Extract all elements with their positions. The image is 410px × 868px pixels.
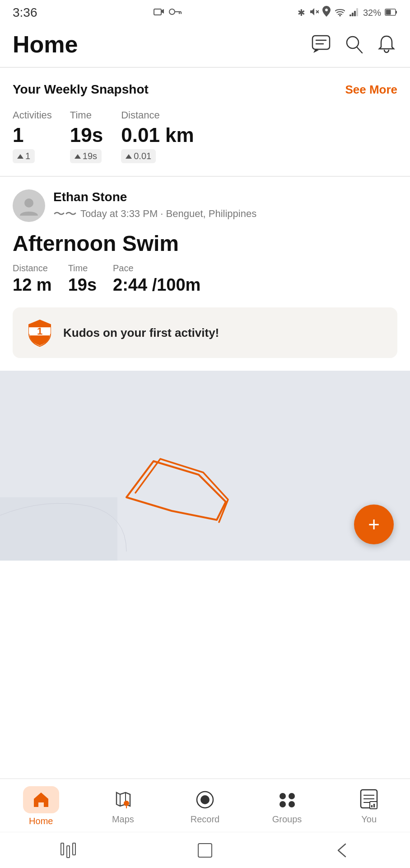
nav-item-record[interactable]: Record xyxy=(164,788,246,825)
activity-stats: Distance 12 m Time 19s Pace 2:44 /100m xyxy=(13,263,397,295)
stat-activities-change-text: 1 xyxy=(25,151,30,161)
maps-nav-icon xyxy=(111,788,135,811)
svg-rect-41 xyxy=(373,804,375,807)
nav-item-groups[interactable]: Groups xyxy=(246,788,328,825)
location-icon xyxy=(322,6,331,19)
stat-activities: Activities 1 1 xyxy=(13,109,52,163)
svg-point-31 xyxy=(280,793,286,799)
snapshot-title: Your Weekly Snapshot xyxy=(13,82,149,97)
snapshot-header: Your Weekly Snapshot See More xyxy=(13,82,397,97)
stat-time-value: 19s xyxy=(70,124,103,146)
swim-icon: 〜〜 xyxy=(53,206,77,222)
svg-point-8 xyxy=(339,15,341,16)
act-stat-distance-label: Distance xyxy=(13,263,52,274)
nav-you-label: You xyxy=(361,814,377,825)
status-bar: 3:36 ✱ xyxy=(0,0,410,24)
activity-meta-text: Today at 3:33 PM · Benguet, Philippines xyxy=(80,208,256,220)
mute-icon xyxy=(309,7,319,19)
status-time: 3:36 xyxy=(13,5,37,20)
activity-section: Ethan Stone 〜〜 Today at 3:33 PM · Bengue… xyxy=(0,177,410,371)
weekly-snapshot: Your Weekly Snapshot See More Activities… xyxy=(0,68,410,176)
nav-maps-label: Maps xyxy=(112,814,134,825)
avatar xyxy=(13,189,45,222)
wifi-icon xyxy=(334,6,346,19)
stat-time-label: Time xyxy=(70,109,103,121)
svg-line-21 xyxy=(357,47,362,53)
map-area: + xyxy=(0,371,410,561)
search-button[interactable] xyxy=(343,33,365,55)
stat-distance-value: 0.01 km xyxy=(121,124,194,146)
nav-record-label: Record xyxy=(191,814,219,825)
nav-item-maps[interactable]: Maps xyxy=(82,788,164,825)
svg-rect-10 xyxy=(352,13,354,16)
chat-button[interactable] xyxy=(311,33,332,55)
battery-icon xyxy=(385,6,397,19)
svg-point-28 xyxy=(124,801,129,806)
bottom-nav: Home Maps Record xyxy=(0,778,410,832)
svg-point-2 xyxy=(169,9,175,14)
stat-activities-value: 1 xyxy=(13,124,52,146)
status-right: ✱ 32% xyxy=(298,6,397,19)
svg-rect-16 xyxy=(396,11,397,14)
signal-icon xyxy=(349,6,359,19)
battery-text: 32% xyxy=(363,8,381,18)
kudos-text: Kudos on your first activity! xyxy=(63,326,219,340)
stat-distance: Distance 0.01 km 0.01 xyxy=(121,109,194,163)
home-nav-bg xyxy=(23,786,59,813)
nav-item-you[interactable]: You xyxy=(328,788,410,825)
fab-button[interactable]: + xyxy=(354,505,394,544)
svg-point-33 xyxy=(280,801,286,807)
stat-distance-change: 0.01 xyxy=(121,149,156,163)
sys-nav-recents[interactable] xyxy=(50,841,86,859)
nav-home-label: Home xyxy=(29,816,53,826)
stat-time-change-text: 19s xyxy=(83,151,97,161)
svg-rect-12 xyxy=(356,8,358,16)
act-stat-pace: Pace 2:44 /100m xyxy=(113,263,200,295)
svg-rect-11 xyxy=(354,11,356,16)
stat-activities-label: Activities xyxy=(13,109,52,121)
arrow-up-icon xyxy=(17,154,23,159)
act-stat-time-label: Time xyxy=(68,263,97,274)
notification-button[interactable] xyxy=(376,33,397,55)
svg-point-22 xyxy=(24,198,33,208)
arrow-up-icon-2 xyxy=(75,154,81,159)
act-stat-time-value: 19s xyxy=(68,275,97,295)
map-route xyxy=(0,371,410,561)
main-content: Home xyxy=(0,24,410,660)
activity-user: Ethan Stone 〜〜 Today at 3:33 PM · Bengue… xyxy=(13,189,397,222)
camera-icon xyxy=(154,7,164,19)
arrow-up-icon-3 xyxy=(126,154,132,159)
svg-point-34 xyxy=(289,801,295,807)
act-stat-pace-value: 2:44 /100m xyxy=(113,275,200,295)
you-nav-icon xyxy=(357,788,381,811)
stat-time: Time 19s 19s xyxy=(70,109,103,163)
stat-activities-change: 1 xyxy=(13,149,35,163)
sys-nav-back[interactable] xyxy=(324,841,360,859)
key-icon xyxy=(169,7,182,19)
groups-nav-icon xyxy=(275,788,299,811)
svg-rect-25 xyxy=(0,497,117,561)
user-meta: 〜〜 Today at 3:33 PM · Benguet, Philippin… xyxy=(53,206,256,222)
act-stat-pace-label: Pace xyxy=(113,263,200,274)
act-stat-time: Time 19s xyxy=(68,263,97,295)
header-actions xyxy=(311,33,397,55)
stat-distance-label: Distance xyxy=(121,109,194,121)
sys-nav-home[interactable] xyxy=(187,841,223,859)
nav-item-home[interactable]: Home xyxy=(0,786,82,826)
kudos-badge: 1 xyxy=(25,318,54,347)
svg-point-32 xyxy=(289,793,295,799)
nav-groups-label: Groups xyxy=(272,814,302,825)
header: Home xyxy=(0,24,410,67)
record-nav-icon xyxy=(193,788,217,811)
user-name: Ethan Stone xyxy=(53,190,256,204)
svg-point-20 xyxy=(347,37,359,48)
see-more-link[interactable]: See More xyxy=(345,83,397,97)
svg-rect-0 xyxy=(154,9,161,15)
svg-rect-17 xyxy=(312,36,330,49)
status-icons xyxy=(154,7,182,19)
svg-text:1: 1 xyxy=(37,326,42,337)
svg-rect-40 xyxy=(371,805,373,807)
act-stat-distance-value: 12 m xyxy=(13,275,52,295)
plus-icon: + xyxy=(368,514,380,534)
activity-title: Afternoon Swim xyxy=(13,231,397,256)
